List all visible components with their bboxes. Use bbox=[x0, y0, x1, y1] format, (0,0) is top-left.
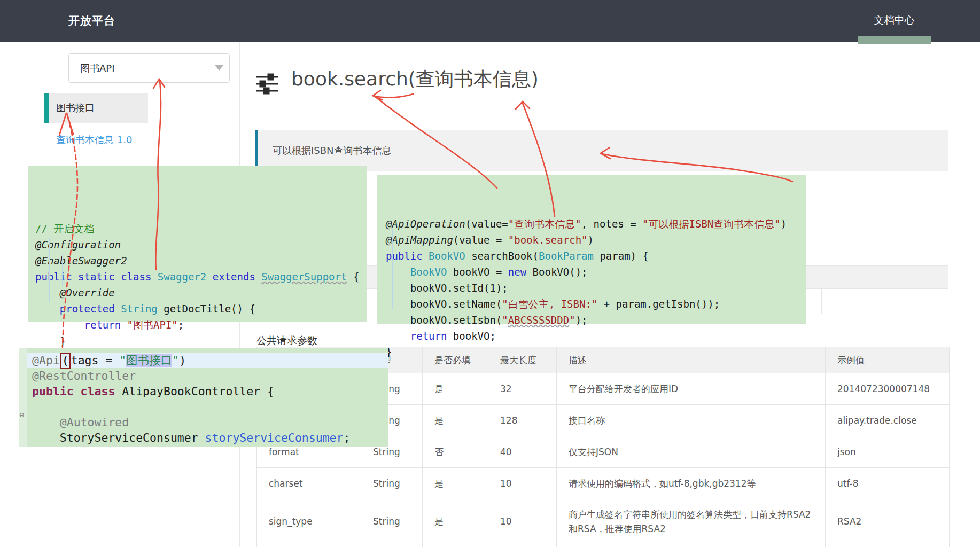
info-note-text: 可以根据ISBN查询书本信息 bbox=[273, 130, 392, 171]
table-cell bbox=[422, 544, 488, 547]
brand-title: 开放平台 bbox=[68, 0, 115, 42]
code-screenshot-search-method: @ApiOperation(value="查询书本信息", notes = "可… bbox=[377, 175, 806, 324]
table-row bbox=[257, 544, 949, 547]
table-cell: 仅支持JSON bbox=[556, 436, 825, 467]
sidebar-item-accent-bar bbox=[44, 93, 49, 123]
title-divider bbox=[255, 114, 948, 114]
table-row: charsetString是10请求使用的编码格式，如utf-8,gbk,gb2… bbox=[257, 468, 949, 499]
sidebar-item-label: 图书接口 bbox=[56, 93, 95, 123]
table-cell: 接口名称 bbox=[556, 405, 825, 436]
code-line: @EnableSwagger2 bbox=[35, 253, 367, 269]
hidden-table-column-line bbox=[821, 289, 822, 314]
table-cell bbox=[488, 544, 556, 547]
table-cell: 10 bbox=[488, 499, 556, 544]
table-header-cell: 示例值 bbox=[825, 347, 949, 373]
code-line: protected String getDocTitle() { bbox=[35, 301, 367, 317]
code-line: public class AlipayBookController { bbox=[27, 384, 388, 399]
code-gutter bbox=[19, 348, 27, 447]
table-cell: 40 bbox=[488, 436, 556, 467]
table-cell bbox=[825, 544, 949, 547]
code-line: @Api(tags = "图书接口") bbox=[27, 353, 388, 368]
code-line: @ApiOperation(value="查询书本信息", notes = "可… bbox=[386, 216, 806, 232]
code-screenshot-controller-class: ⊖ ,@Api(tags = "图书接口")@RestControllerpub… bbox=[19, 348, 388, 447]
code-line: @Override bbox=[35, 285, 367, 301]
table-cell: 请求使用的编码格式，如utf-8,gbk,gb2312等 bbox=[556, 468, 825, 499]
code-line: , bbox=[27, 348, 388, 353]
table-cell: utf-8 bbox=[825, 468, 949, 499]
table-cell: 平台分配给开发者的应用ID bbox=[556, 373, 825, 404]
table-cell: String bbox=[361, 499, 422, 544]
code-line: @RestController bbox=[27, 368, 388, 384]
code-screenshot-swagger-config: // 开启文档@Configuration@EnableSwagger2publ… bbox=[28, 166, 367, 322]
code-line: bookVO.setId(1); bbox=[386, 280, 806, 296]
table-cell: 是 bbox=[422, 405, 488, 436]
sliders-icon bbox=[255, 72, 279, 98]
table-cell: charset bbox=[257, 468, 361, 499]
table-cell: alipay.trade.close bbox=[825, 405, 949, 436]
table-cell: String bbox=[361, 468, 422, 499]
api-select-value: 图书API bbox=[80, 53, 114, 83]
code-line: StoryServiceConsumer storyServiceConsume… bbox=[27, 430, 388, 446]
nav-item-doc-center[interactable]: 文档中心 bbox=[858, 0, 931, 42]
code-line bbox=[27, 399, 388, 415]
code-line: bookVO.setName("白雪公主, ISBN:" + param.get… bbox=[386, 296, 806, 312]
page-title: book.search(查询书本信息) bbox=[291, 66, 539, 92]
code-line: @Configuration bbox=[35, 237, 367, 253]
table-cell bbox=[556, 544, 825, 547]
info-note-accent-bar bbox=[255, 130, 258, 171]
table-cell: 是 bbox=[422, 499, 488, 544]
table-cell: 128 bbox=[488, 405, 556, 436]
code-line: public static class Swagger2 extends Swa… bbox=[35, 269, 367, 285]
code-fold-icon: ⊖ bbox=[19, 411, 24, 419]
code-line: bookVO.setIsbn("ABCSSSSDDD"); bbox=[386, 312, 806, 328]
table-cell: 10 bbox=[488, 468, 556, 499]
code-line: BookVO bookVO = new BookVO(); bbox=[386, 264, 806, 280]
table-cell: 商户生成签名字符串所使用的签名算法类型，目前支持RSA2和RSA，推荐使用RSA… bbox=[556, 499, 825, 544]
table-cell: 32 bbox=[488, 373, 556, 404]
table-cell bbox=[257, 544, 361, 547]
table-cell: sign_type bbox=[257, 499, 361, 544]
table-cell: 是 bbox=[422, 373, 488, 404]
code-line: return bookVO; bbox=[386, 328, 806, 344]
sidebar-doc-link[interactable]: 查询书本信息 1.0 bbox=[56, 134, 132, 146]
code-line: @ApiMapping(value = "book.search") bbox=[386, 232, 806, 248]
table-cell: 2014072300007148 bbox=[825, 373, 949, 404]
chevron-down-icon bbox=[215, 65, 223, 71]
code-line: @Autowired bbox=[27, 415, 388, 430]
code-line: public BookVO searchBook(BookParam param… bbox=[386, 248, 806, 264]
table-cell: 是 bbox=[422, 468, 488, 499]
code-line: // 开启文档 bbox=[35, 221, 367, 237]
code-line: return "图书API"; bbox=[35, 317, 367, 333]
table-cell bbox=[361, 544, 422, 547]
code-line: } bbox=[35, 333, 367, 349]
table-cell: json bbox=[825, 436, 949, 467]
app-window: 开放平台 文档中心 图书API 图书接口 查询书本信息 1.0 book.sea… bbox=[0, 0, 980, 547]
table-row: sign_typeString是10商户生成签名字符串所使用的签名算法类型，目前… bbox=[257, 499, 949, 544]
top-navbar bbox=[0, 0, 980, 42]
table-cell: RSA2 bbox=[825, 499, 949, 544]
code-line: } bbox=[386, 344, 806, 360]
table-cell: 否 bbox=[422, 436, 488, 467]
